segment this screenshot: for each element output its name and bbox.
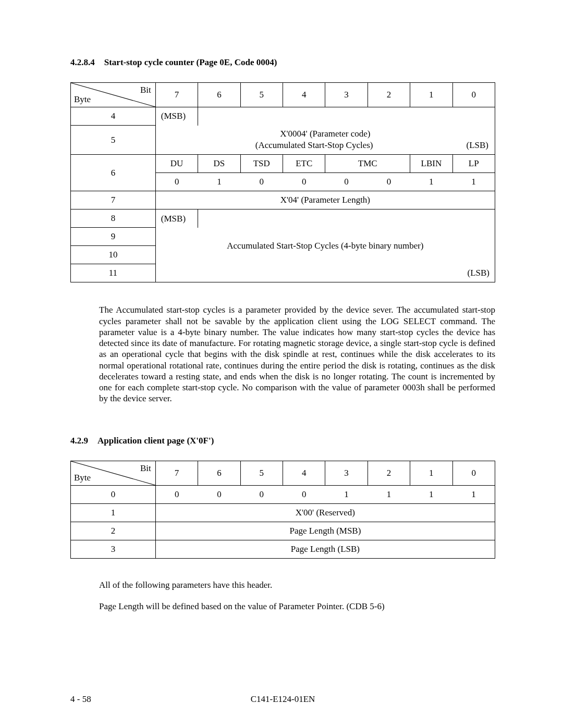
bit-col: 7	[155, 83, 198, 107]
param-code-line2: (Accumulated Start-Stop Cycles)	[255, 140, 373, 152]
byte-num: 6	[71, 155, 156, 191]
cell: 1	[410, 173, 452, 191]
bit-label: Bit	[140, 85, 151, 95]
cell: DS	[198, 155, 240, 173]
cell: 1	[452, 485, 495, 503]
bit-col: 4	[283, 83, 325, 107]
bit-label: Bit	[140, 463, 151, 474]
bit-col: 0	[452, 83, 495, 107]
bit-col: 0	[452, 461, 495, 485]
bit-col: 7	[155, 461, 198, 485]
cell: 0	[283, 485, 325, 503]
bit-col: 6	[198, 83, 240, 107]
cell: 0	[240, 173, 283, 191]
section-title-text: Start-stop cycle counter (Page 0E, Code …	[104, 57, 277, 68]
byte-label: Byte	[74, 94, 91, 105]
bit-col: 2	[368, 83, 410, 107]
paragraph-3: Page Length will be defined based on the…	[99, 601, 495, 612]
diag-header: Bit Byte	[71, 83, 156, 107]
cell: 1	[452, 173, 495, 191]
cell: LP	[452, 155, 495, 173]
bit-col: 3	[325, 83, 368, 107]
paragraph-2: All of the following parameters have thi…	[99, 579, 495, 590]
diag-header: Bit Byte	[71, 461, 156, 485]
msb-label: (MSB)	[155, 107, 198, 126]
bit-col: 2	[368, 461, 410, 485]
cell: 1	[368, 485, 410, 503]
byte-num: 7	[71, 191, 156, 209]
byte-num: 0	[71, 485, 156, 503]
table-app-client: Bit Byte 7 6 5 4 3 2 1 0 0 0 0 0 0 1 1 1…	[70, 461, 495, 559]
bit-col: 1	[410, 83, 452, 107]
paragraph-1: The Accumulated start-stop cycles is a p…	[99, 304, 495, 404]
cell: 1	[410, 485, 452, 503]
cell: X'00' (Reserved)	[155, 503, 495, 522]
bit-col: 3	[325, 461, 368, 485]
bit-col: 1	[410, 461, 452, 485]
table-start-stop: Bit Byte 7 6 5 4 3 2 1 0 4 (MSB) 5 X'000…	[70, 82, 495, 282]
cell: Page Length (LSB)	[155, 540, 495, 558]
section-heading-2: 4.2.9 Application client page (X'0F')	[70, 436, 495, 446]
page-number: 4 - 58	[70, 694, 91, 705]
bit-col: 5	[240, 83, 283, 107]
doc-id: C141-E124-01EN	[251, 694, 315, 705]
byte-num: 5	[71, 126, 156, 155]
section-heading-1: 4.2.8.4 Start-stop cycle counter (Page 0…	[70, 57, 495, 68]
section-number: 4.2.9	[70, 436, 88, 446]
section-title-text: Application client page (X'0F')	[97, 436, 214, 446]
page-footer: 4 - 58 C141-E124-01EN	[70, 694, 495, 705]
cell: 1	[198, 173, 240, 191]
bit-col: 4	[283, 461, 325, 485]
cell: Page Length (MSB)	[155, 522, 495, 540]
byte-num: 9	[71, 228, 156, 246]
byte-num: 10	[71, 246, 156, 264]
param-code-cell: X'0004' (Parameter code) (Accumulated St…	[155, 126, 495, 155]
param-length: X'04' (Parameter Length)	[155, 191, 495, 209]
cell: 0	[368, 173, 410, 191]
cell: ETC	[283, 155, 325, 173]
cell: 0	[155, 485, 198, 503]
byte-num: 8	[71, 209, 156, 228]
cell: 0	[240, 485, 283, 503]
cell: 0	[155, 173, 198, 191]
msb-label: (MSB)	[155, 209, 198, 228]
cell: 0	[198, 485, 240, 503]
cell: TSD	[240, 155, 283, 173]
cell: LBIN	[410, 155, 452, 173]
cell: DU	[155, 155, 198, 173]
lsb-label: (LSB)	[466, 140, 488, 152]
byte-num: 11	[71, 264, 156, 282]
byte-num: 1	[71, 503, 156, 522]
byte-num: 2	[71, 522, 156, 540]
param-code-line1: X'0004' (Parameter code)	[158, 128, 493, 140]
bit-col: 5	[240, 461, 283, 485]
byte-label: Byte	[74, 473, 91, 483]
byte-num: 3	[71, 540, 156, 558]
lsb-label: (LSB)	[155, 264, 495, 282]
accum-body: Accumulated Start-Stop Cycles (4-byte bi…	[155, 228, 495, 264]
cell: 0	[325, 173, 368, 191]
cell: TMC	[325, 155, 410, 173]
bit-col: 6	[198, 461, 240, 485]
cell: 0	[283, 173, 325, 191]
section-number: 4.2.8.4	[70, 57, 95, 68]
byte-num: 4	[71, 107, 156, 126]
cell: 1	[325, 485, 368, 503]
